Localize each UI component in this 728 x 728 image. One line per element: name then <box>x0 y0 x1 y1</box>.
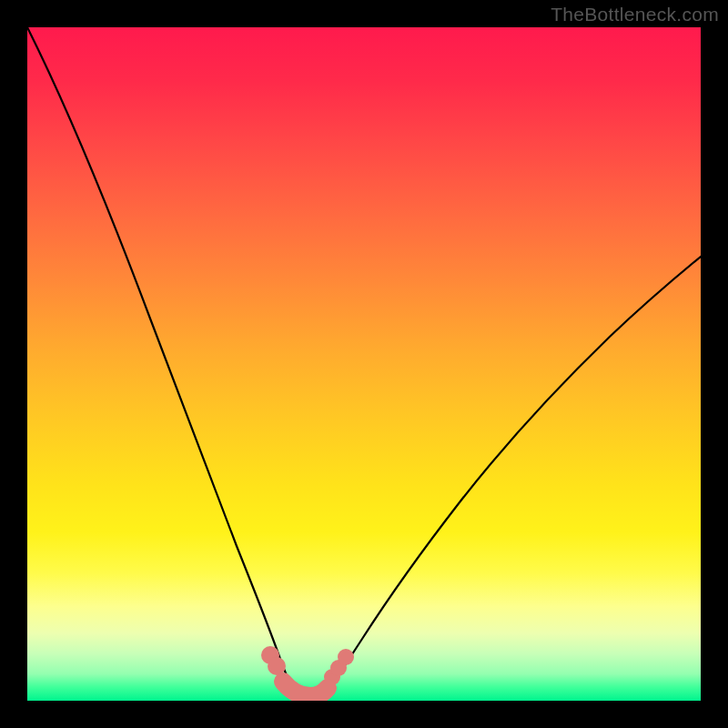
bead-right-3 <box>338 649 354 665</box>
watermark-text: TheBottleneck.com <box>551 4 719 25</box>
bead-valley-floor <box>283 682 328 696</box>
curve-right-branch <box>328 257 701 692</box>
chart-stage: TheBottleneck.com <box>0 0 728 728</box>
curve-left-branch <box>27 27 294 692</box>
bead-left-2 <box>268 657 286 675</box>
plot-area <box>27 27 701 701</box>
bottleneck-curve <box>27 27 701 701</box>
